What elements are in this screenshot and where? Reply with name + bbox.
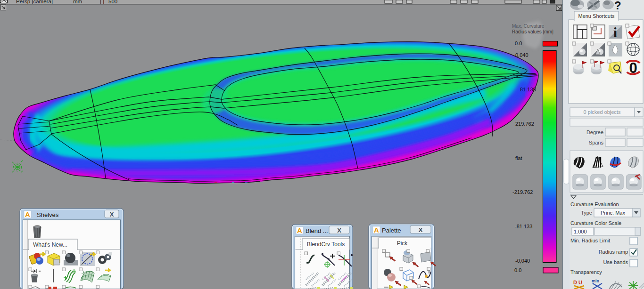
svg-text:Radius ramp: Radius ramp xyxy=(599,249,628,255)
svg-text:flat: flat xyxy=(515,155,522,161)
svg-text:0,040: 0,040 xyxy=(515,52,528,58)
svg-text:Spans: Spans xyxy=(589,140,604,145)
svg-text:Radius values [mm]: Radius values [mm] xyxy=(512,29,553,34)
svg-text:Transparency: Transparency xyxy=(570,269,602,275)
svg-text:219.762: 219.762 xyxy=(515,121,534,127)
svg-text:Princ. Max: Princ. Max xyxy=(601,210,625,216)
svg-text:mm: mm xyxy=(73,0,82,4)
svg-text:-219.762: -219.762 xyxy=(512,189,533,195)
svg-text:D U: D U xyxy=(573,280,582,285)
svg-text:Pick: Pick xyxy=(397,240,408,247)
svg-text:Menu Shortcuts: Menu Shortcuts xyxy=(578,13,615,19)
svg-text:Shelves: Shelves xyxy=(37,211,59,218)
svg-text:Min. Radius Limit: Min. Radius Limit xyxy=(570,238,610,243)
svg-text:Type: Type xyxy=(581,210,592,216)
svg-text:min: min xyxy=(592,279,599,283)
svg-text:0.0: 0.0 xyxy=(515,40,522,46)
svg-text:0 picked objects: 0 picked objects xyxy=(584,109,621,115)
svg-text:0.0: 0.0 xyxy=(514,267,521,273)
svg-text:-81.133: -81.133 xyxy=(515,224,532,229)
svg-text:81.138: 81.138 xyxy=(520,87,536,92)
svg-text:Max. Curvature: Max. Curvature xyxy=(512,24,545,29)
svg-text:0: 0 xyxy=(629,60,637,76)
svg-text:1.000: 1.000 xyxy=(574,229,587,234)
svg-text:A: A xyxy=(297,226,302,234)
svg-text:?: ? xyxy=(614,0,621,12)
svg-text:BlendCrv Tools: BlendCrv Tools xyxy=(307,241,345,248)
svg-text:-0,040: -0,040 xyxy=(515,258,530,264)
svg-text:| |: | | xyxy=(100,0,104,4)
svg-text:500: 500 xyxy=(108,0,117,4)
svg-text:Degree: Degree xyxy=(586,129,603,135)
svg-text:Palette: Palette xyxy=(382,227,401,234)
svg-text:Curvature Evaluation: Curvature Evaluation xyxy=(570,201,619,207)
svg-text:A: A xyxy=(374,226,379,234)
svg-text:Use bands: Use bands xyxy=(603,259,628,265)
svg-text:X: X xyxy=(419,226,423,233)
svg-text:X: X xyxy=(110,211,114,218)
svg-text:A: A xyxy=(25,210,30,218)
svg-text:Persp [camera]: Persp [camera] xyxy=(16,0,53,4)
svg-text:Blend ...: Blend ... xyxy=(305,227,328,234)
svg-text:i: i xyxy=(613,24,617,40)
svg-text:What's New...: What's New... xyxy=(33,241,67,248)
svg-text:X: X xyxy=(337,227,341,234)
svg-text:Curvature Color Scale: Curvature Color Scale xyxy=(570,220,621,226)
